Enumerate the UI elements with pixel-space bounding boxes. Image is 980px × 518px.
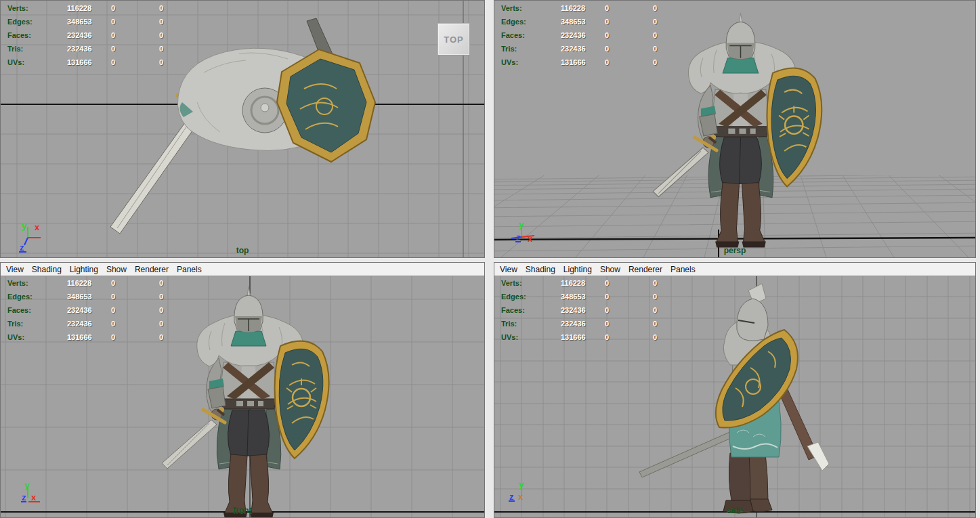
hud-component-value: 0 <box>653 18 657 26</box>
axis-y-label: y <box>22 221 27 231</box>
hud-selected-value: 0 <box>605 320 609 328</box>
hud-row-label: UVs: <box>7 58 24 66</box>
hud-component-value: 0 <box>653 293 657 301</box>
view-label: side <box>727 506 743 515</box>
hud-selected-value: 0 <box>111 4 115 12</box>
hud-component-value: 0 <box>653 279 657 287</box>
hud-row-label: Edges: <box>501 293 526 301</box>
hud-poly-count: Verts:11622800Edges:34865300Faces:232436… <box>1 3 217 70</box>
hud-component-value: 0 <box>653 31 657 39</box>
hud-row-label: Faces: <box>501 306 525 314</box>
hud-row: Verts:11622800 <box>1 278 217 291</box>
axis-z-label: z <box>516 232 521 242</box>
axis-x-label: x <box>528 234 533 244</box>
hud-poly-count: Verts:11622800Edges:34865300Faces:232436… <box>494 3 711 70</box>
panel-menu-bar: ViewShadingLightingShowRendererPanels <box>1 263 484 276</box>
view-cube-top-button[interactable]: TOP <box>438 23 470 56</box>
menu-item-view[interactable]: View <box>4 265 30 274</box>
menu-item-view[interactable]: View <box>498 265 524 274</box>
hud-row: Tris:23243600 <box>494 318 711 332</box>
axis-z-label: z <box>20 242 24 253</box>
hud-row: Verts:11622800 <box>494 278 711 291</box>
hud-selected-value: 0 <box>111 306 115 314</box>
menu-item-lighting[interactable]: Lighting <box>68 265 104 274</box>
menu-item-renderer[interactable]: Renderer <box>626 265 668 274</box>
hud-component-value: 0 <box>653 333 657 341</box>
hud-row-label: Verts: <box>501 279 522 287</box>
axis-x-label: x <box>31 492 37 502</box>
menu-item-show[interactable]: Show <box>104 265 133 274</box>
hud-total-value: 131666 <box>561 58 586 66</box>
hud-row: UVs:13166600 <box>494 332 711 345</box>
hud-total-value: 348653 <box>67 18 92 26</box>
hud-row-label: UVs: <box>7 333 24 341</box>
hud-row: Edges:34865300 <box>494 291 711 305</box>
hud-row: UVs:13166600 <box>1 57 217 70</box>
hud-selected-value: 0 <box>605 18 609 26</box>
hud-component-value: 0 <box>159 320 163 328</box>
hud-row: Tris:23243600 <box>1 318 217 332</box>
hud-row-label: Edges: <box>7 293 33 301</box>
hud-selected-value: 0 <box>605 306 609 314</box>
hud-total-value: 232436 <box>67 31 92 39</box>
menu-item-shading[interactable]: Shading <box>30 265 68 274</box>
hud-component-value: 0 <box>159 31 163 39</box>
hud-poly-count: Verts:11622800Edges:34865300Faces:232436… <box>1 278 217 345</box>
hud-selected-value: 0 <box>605 293 609 301</box>
hud-row-label: Tris: <box>501 45 517 53</box>
axis-x-label: x <box>35 222 40 232</box>
menu-item-show[interactable]: Show <box>598 265 626 274</box>
hud-row: Edges:34865300 <box>1 16 217 30</box>
hud-selected-value: 0 <box>111 333 115 341</box>
menu-item-panels[interactable]: Panels <box>668 265 702 274</box>
hud-total-value: 232436 <box>561 306 586 314</box>
hud-row-label: Verts: <box>7 279 28 287</box>
hud-total-value: 232436 <box>561 320 586 328</box>
hud-row: UVs:13166600 <box>494 57 711 70</box>
hud-row-label: UVs: <box>501 333 518 341</box>
hud-row: Faces:23243600 <box>1 30 217 43</box>
hud-component-value: 0 <box>653 45 657 53</box>
hud-row-label: UVs: <box>501 58 518 66</box>
hud-component-value: 0 <box>653 4 657 12</box>
hud-row-label: Verts: <box>501 4 522 12</box>
view-label: top <box>236 246 249 255</box>
hud-total-value: 232436 <box>561 31 586 39</box>
hud-total-value: 131666 <box>561 333 586 341</box>
axis-z-label: z <box>22 492 26 502</box>
view-label: persp <box>724 246 746 255</box>
axis-z-label: z <box>509 492 514 502</box>
hud-row: Faces:23243600 <box>494 305 711 318</box>
panel-menu-bar: ViewShadingLightingShowRendererPanels <box>494 263 975 276</box>
menu-item-shading[interactable]: Shading <box>524 265 561 274</box>
hud-total-value: 116228 <box>561 4 585 12</box>
hud-total-value: 232436 <box>67 320 92 328</box>
hud-component-value: 0 <box>653 306 657 314</box>
hud-row: Edges:34865300 <box>494 16 711 30</box>
hud-component-value: 0 <box>159 58 163 66</box>
hud-total-value: 232436 <box>67 45 92 53</box>
hud-component-value: 0 <box>159 333 163 341</box>
hud-selected-value: 0 <box>111 18 115 26</box>
hud-total-value: 348653 <box>67 293 92 301</box>
axis-y-label: y <box>519 219 524 230</box>
viewport-side[interactable]: ViewShadingLightingShowRendererPanels <box>494 262 976 518</box>
hud-row-label: Faces: <box>501 31 525 39</box>
hud-component-value: 0 <box>159 18 163 26</box>
menu-item-panels[interactable]: Panels <box>175 265 208 274</box>
hud-selected-value: 0 <box>605 45 609 53</box>
hud-row-label: Edges: <box>501 18 526 26</box>
viewport-top[interactable]: Verts:11622800Edges:34865300Faces:232436… <box>0 0 485 258</box>
hud-total-value: 232436 <box>67 306 92 314</box>
viewport-persp[interactable]: Verts:11622800Edges:34865300Faces:232436… <box>494 0 976 258</box>
menu-item-lighting[interactable]: Lighting <box>561 265 598 274</box>
hud-row-label: Edges: <box>7 18 33 26</box>
hud-component-value: 0 <box>653 320 657 328</box>
viewport-front[interactable]: ViewShadingLightingShowRendererPanels Ve… <box>0 262 485 518</box>
hud-component-value: 0 <box>159 45 163 53</box>
hud-row: Tris:23243600 <box>1 43 217 57</box>
view-label: front <box>233 506 251 515</box>
hud-total-value: 131666 <box>67 333 92 341</box>
menu-item-renderer[interactable]: Renderer <box>133 265 175 274</box>
hud-row-label: Tris: <box>7 45 23 53</box>
